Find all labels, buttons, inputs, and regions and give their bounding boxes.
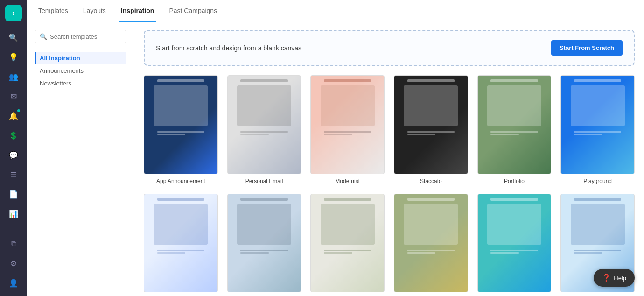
sidebar-mail-icon[interactable]: ✉ <box>5 88 22 105</box>
sidebar-search-icon[interactable]: 🔍 <box>5 29 22 46</box>
template-app-announcement[interactable]: App Announcement <box>144 75 218 184</box>
filter-panel: 🔍 All Inspiration Announcements Newslett… <box>27 22 134 296</box>
tab-layouts[interactable]: Layouts <box>81 0 108 22</box>
help-label: Help <box>614 275 626 282</box>
filter-announcements[interactable]: Announcements <box>35 64 126 77</box>
sidebar-users-icon[interactable]: 👥 <box>5 68 22 85</box>
template-playground[interactable]: Playground <box>560 75 635 184</box>
scratch-banner: Start from scratch and design from a bla… <box>144 30 635 66</box>
template-label: App Announcement <box>156 178 205 184</box>
start-from-scratch-button[interactable]: Start From Scratch <box>551 40 623 56</box>
thumb-home-decor <box>394 194 468 293</box>
template-label: Playground <box>583 178 612 184</box>
main-content: Templates Layouts Inspiration Past Campa… <box>27 0 644 296</box>
thumb-modernist <box>310 75 385 174</box>
templates-area: Start from scratch and design from a bla… <box>134 22 644 296</box>
search-icon: 🔍 <box>40 33 47 40</box>
template-new-app[interactable]: New App <box>144 194 218 296</box>
sidebar: › 🔍 💡 👥 ✉ 🔔 💲 💬 ☰ 📄 📊 ⧉ ⚙ 👤 <box>0 0 27 296</box>
template-home-decor[interactable]: Home Decor <box>394 194 468 296</box>
thumb-staccato <box>394 75 468 174</box>
template-modernist[interactable]: Modernist <box>310 75 385 184</box>
help-button[interactable]: ❓ Help <box>594 269 635 287</box>
template-label: Staccato <box>420 178 442 184</box>
template-office[interactable]: Office <box>227 194 301 296</box>
sidebar-document-icon[interactable]: 📄 <box>5 186 22 203</box>
scratch-text: Start from scratch and design from a bla… <box>156 44 301 52</box>
thumb-playground <box>560 75 635 174</box>
thumb-new-app <box>144 194 218 293</box>
sidebar-user-icon[interactable]: 👤 <box>5 275 22 291</box>
template-label: Portfolio <box>504 178 525 184</box>
template-announcement[interactable]: Announcement <box>477 194 552 296</box>
tab-templates[interactable]: Templates <box>36 0 70 22</box>
app-logo[interactable]: › <box>5 5 22 21</box>
tab-past-campaigns[interactable]: Past Campaigns <box>167 0 219 22</box>
topnav: Templates Layouts Inspiration Past Campa… <box>27 0 644 22</box>
sidebar-notification-icon[interactable]: 🔔 <box>5 107 22 124</box>
sidebar-dollar-icon[interactable]: 💲 <box>5 127 22 144</box>
sidebar-lightbulb-icon[interactable]: 💡 <box>5 49 22 65</box>
template-label: Personal Email <box>245 178 283 184</box>
sidebar-settings-icon[interactable]: ⚙ <box>5 255 22 272</box>
search-box[interactable]: 🔍 <box>35 30 126 43</box>
template-grid-row1: App Announcement Personal Ema <box>144 75 635 184</box>
help-circle-icon: ❓ <box>602 274 611 282</box>
template-staccato[interactable]: Staccato <box>394 75 468 184</box>
thumb-office <box>227 194 301 293</box>
template-portfolio[interactable]: Portfolio <box>477 75 552 184</box>
notification-badge <box>16 108 21 113</box>
template-webinar[interactable]: Webinar <box>310 194 385 296</box>
template-grid-row2: New App Office <box>144 194 635 296</box>
thumb-webinar <box>310 194 385 293</box>
thumb-app-announcement <box>144 75 218 174</box>
sidebar-chat-icon[interactable]: 💬 <box>5 147 22 163</box>
filter-newsletters[interactable]: Newsletters <box>35 77 126 90</box>
thumb-announcement <box>477 194 552 293</box>
thumb-personal-email <box>227 75 301 174</box>
template-label: Modernist <box>335 178 360 184</box>
content-area: 🔍 All Inspiration Announcements Newslett… <box>27 22 644 296</box>
sidebar-layers-icon[interactable]: ⧉ <box>5 235 22 252</box>
search-input[interactable] <box>50 33 121 40</box>
template-personal-email[interactable]: Personal Email <box>227 75 301 184</box>
tab-inspiration[interactable]: Inspiration <box>119 0 156 22</box>
thumb-portfolio <box>477 75 552 174</box>
sidebar-list-icon[interactable]: ☰ <box>5 166 22 183</box>
filter-all-inspiration[interactable]: All Inspiration <box>35 52 126 64</box>
sidebar-chart-icon[interactable]: 📊 <box>5 205 22 222</box>
